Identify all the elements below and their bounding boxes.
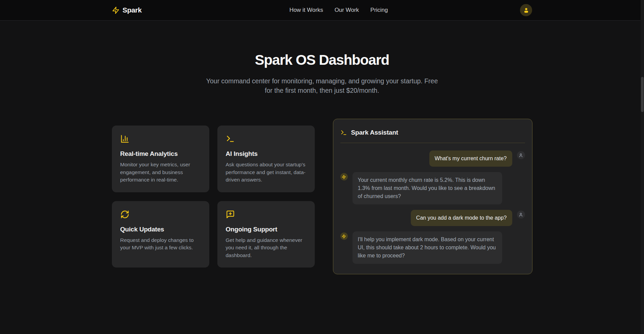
zap-icon — [112, 6, 120, 14]
zap-icon — [342, 175, 346, 179]
terminal-icon — [340, 129, 347, 136]
scrollbar-track[interactable] — [641, 0, 644, 334]
feature-description: Request and deploy changes to your MVP w… — [120, 236, 201, 252]
features-grid: Real-time Analytics Monitor your key met… — [112, 126, 315, 268]
assistant-panel-title: Spark Assistant — [351, 129, 398, 136]
hero-section: Spark OS Dashboard Your command center f… — [0, 21, 644, 95]
assistant-message-bubble: Your current monthly churn rate is 5.2%.… — [352, 172, 502, 204]
chat-messages: What's my current churn rate? Your curre… — [340, 150, 525, 269]
content-row: Real-time Analytics Monitor your key met… — [112, 119, 532, 274]
nav-link-our-work[interactable]: Our Work — [335, 7, 359, 13]
feature-description: Ask questions about your startup's perfo… — [226, 161, 306, 184]
feature-card-ongoing-support: Ongoing Support Get help and guidance wh… — [217, 201, 315, 268]
chat-message-user: What's my current churn rate? — [340, 150, 525, 167]
user-icon — [519, 213, 523, 217]
feature-title: Real-time Analytics — [120, 150, 201, 158]
assistant-panel-header: Spark Assistant — [340, 126, 525, 143]
chat-message-assistant: I'll help you implement dark mode. Based… — [340, 231, 525, 264]
user-message-bubble: Can you add a dark mode to the app? — [411, 210, 512, 226]
feature-card-quick-updates: Quick Updates Request and deploy changes… — [112, 201, 209, 268]
nav-links: How it Works Our Work Pricing — [289, 7, 388, 13]
brand-name: Spark — [123, 6, 142, 14]
scrollbar-thumb[interactable] — [641, 77, 644, 112]
nav-container: Spark How it Works Our Work Pricing — [112, 4, 532, 16]
bar-chart-icon — [120, 139, 129, 144]
page-subtitle: Your command center for monitoring, mana… — [206, 77, 439, 95]
assistant-avatar — [340, 232, 348, 240]
page-title: Spark OS Dashboard — [0, 52, 644, 68]
assistant-message-bubble: I'll help you implement dark mode. Based… — [352, 231, 502, 264]
terminal-icon — [226, 139, 235, 144]
feature-description: Monitor your key metrics, user engagemen… — [120, 161, 201, 184]
feature-card-real-time-analytics: Real-time Analytics Monitor your key met… — [112, 126, 209, 192]
chat-message-assistant: Your current monthly churn rate is 5.2%.… — [340, 172, 525, 204]
top-nav: Spark How it Works Our Work Pricing — [0, 0, 644, 21]
user-avatar — [517, 211, 525, 219]
message-square-plus-icon — [226, 214, 235, 220]
assistant-avatar — [340, 173, 348, 180]
nav-link-how-it-works[interactable]: How it Works — [289, 7, 323, 13]
spark-assistant-panel: Spark Assistant What's my current churn … — [333, 119, 532, 274]
zap-icon — [342, 234, 346, 239]
refresh-icon — [120, 214, 129, 220]
chat-message-user: Can you add a dark mode to the app? — [340, 210, 525, 226]
user-icon — [519, 153, 523, 158]
feature-description: Get help and guidance whenever you need … — [226, 236, 306, 259]
feature-card-ai-insights: AI Insights Ask questions about your sta… — [217, 126, 315, 192]
account-avatar-button[interactable] — [520, 4, 532, 16]
brand-logo[interactable]: Spark — [112, 6, 142, 14]
feature-title: Quick Updates — [120, 226, 201, 233]
user-message-bubble: What's my current churn rate? — [429, 150, 512, 167]
feature-title: Ongoing Support — [226, 226, 306, 233]
user-avatar — [517, 151, 525, 159]
nav-link-pricing[interactable]: Pricing — [370, 7, 388, 13]
user-filled-icon — [523, 7, 529, 13]
feature-title: AI Insights — [226, 150, 306, 158]
